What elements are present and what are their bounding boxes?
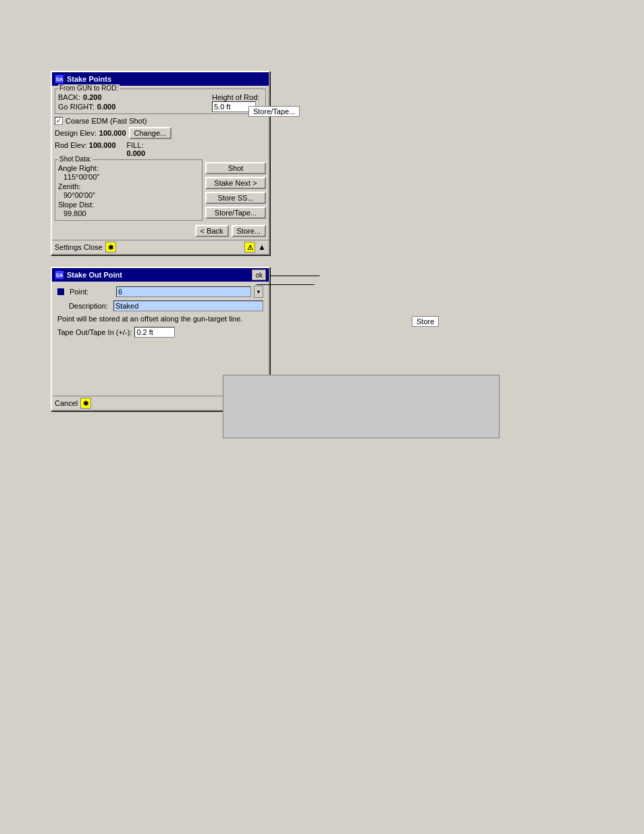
info-text: Point will be stored at an offset along … [57,314,263,324]
stake-points-footer: Settings Close ✱ ⚠ ▲ [52,240,269,254]
from-gun-section-label: From GUN to ROD: [58,84,119,92]
right-text-1: ____________ [270,268,319,276]
arrow-icon-1: ▲ [258,242,266,252]
slope-dist-label: Slope Dist: [58,201,94,209]
go-right-value: 0.000 [97,103,116,111]
slope-dist-value: 99.800 [63,209,86,217]
rod-elev-value: 100.000 [89,141,116,149]
footer-icons: ⚠ ▲ [244,242,266,253]
back-value: 0.200 [83,93,102,101]
shot-button[interactable]: Shot [205,162,266,174]
stake-points-title: Stake Points [67,75,111,83]
description-input[interactable]: Staked [113,301,263,311]
settings-close-label: Settings Close [55,243,103,251]
right-underline-2: ______________ [257,277,315,285]
point-marker [57,288,64,295]
store-annotation-btn[interactable]: Store [412,316,439,327]
tape-row: Tape Out/Tape In (+/-): 0.2 ft [57,327,263,338]
stake-points-titlebar: SA Stake Points [52,72,269,86]
change-button[interactable]: Change... [129,127,172,139]
angle-right-label: Angle Right: [58,164,99,172]
shot-data-section-label: Shot Data: [58,155,92,163]
description-row: Description: Staked [57,301,263,311]
rod-elev-label: Rod Elev: [55,141,87,149]
titlebar-icon: SA [55,74,64,84]
store-annotation: Store [412,316,439,327]
point-dropdown[interactable]: ▼ [254,286,263,298]
store-button[interactable]: Store... [232,225,266,237]
store-ss-button[interactable]: Store SS... [205,192,266,204]
coarse-edm-label: Coarse EDM (Fast Shot) [65,117,146,125]
back-button[interactable]: < Back [195,225,229,237]
settings-icon[interactable]: ✱ [105,242,116,253]
warning-icon-1: ⚠ [244,242,255,253]
stake-out-title: Stake Out Point [67,271,122,279]
coarse-edm-checkbox[interactable]: ✓ [55,117,63,125]
stake-next-button[interactable]: Stake Next > [205,177,266,189]
point-label: Point: [70,288,113,296]
back-label: BACK: [58,93,80,101]
tape-label: Tape Out/Tape In (+/-): [57,328,132,336]
coarse-edm-row: ✓ Coarse EDM (Fast Shot) [55,117,266,125]
gray-content-box [223,375,500,438]
zenith-value: 90°00'00" [63,191,95,199]
go-right-label: Go RIGHT: [58,103,95,111]
point-input[interactable]: 6 [116,286,251,297]
stake-out-titlebar: SA Stake Out Point ok [52,268,269,282]
divider-line-bottom [223,438,500,438]
zenith-label: Zenith: [58,182,81,190]
point-row: Point: 6 ▼ [57,286,263,298]
right-text-2: ______________ [257,277,315,285]
description-label: Description: [57,302,108,310]
right-underline-1: ____________ [270,268,319,276]
cancel-label: Cancel [55,399,78,407]
design-elev-label: Design Elev: [55,129,97,137]
fill-label: FILL: [127,141,144,149]
height-of-rod-label: Height of Rod: [212,93,259,101]
angle-right-value: 115°00'00" [63,173,99,181]
sop-titlebar-icon: SA [55,270,64,280]
store-tape-annotation-btn[interactable]: Store/Tape... [248,106,300,117]
cancel-icon[interactable]: ✱ [80,398,91,409]
stake-points-window: SA Stake Points From GUN to ROD: BACK: 0… [51,71,270,255]
design-elev-value: 100.000 [99,129,126,137]
fill-value: 0.000 [127,149,146,157]
tape-input[interactable]: 0.2 ft [134,327,175,338]
store-tape-button-top[interactable]: Store/Tape... [205,207,266,219]
store-tape-annotation: Store/Tape... [248,106,300,117]
